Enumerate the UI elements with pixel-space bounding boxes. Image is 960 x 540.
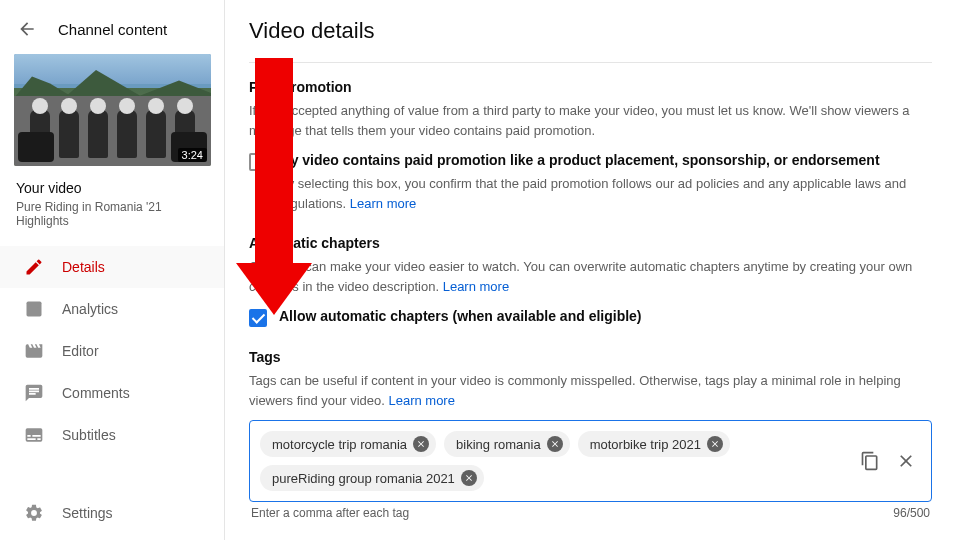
- auto-chapters-desc: Chapters can make your video easier to w…: [249, 257, 932, 296]
- tag-chip: motorbike trip 2021: [578, 431, 730, 457]
- paid-promotion-checkbox[interactable]: [249, 153, 267, 171]
- tags-clear-button[interactable]: [895, 450, 917, 472]
- nav-item-comments[interactable]: Comments: [0, 372, 224, 414]
- svg-rect-2: [33, 306, 36, 314]
- clapper-icon: [24, 341, 44, 361]
- tags-counter: 96/500: [893, 506, 930, 520]
- nav-label: Editor: [62, 343, 99, 359]
- nav-label: Analytics: [62, 301, 118, 317]
- video-meta-title: Your video: [16, 180, 208, 196]
- sidebar-header: Channel content: [0, 0, 224, 54]
- tag-remove-button[interactable]: [707, 436, 723, 452]
- auto-chapters-checkbox[interactable]: [249, 309, 267, 327]
- divider: [249, 62, 932, 63]
- nav-item-settings[interactable]: Settings: [0, 492, 224, 534]
- tags-chips: motorcycle trip romania biking romania m…: [260, 431, 851, 491]
- main-content: Video details Paid promotion If you acce…: [225, 0, 960, 540]
- tag-chip: motorcycle trip romania: [260, 431, 436, 457]
- close-icon: [896, 451, 916, 471]
- svg-rect-3: [37, 307, 40, 314]
- nav-item-analytics[interactable]: Analytics: [0, 288, 224, 330]
- tags-heading: Tags: [249, 349, 932, 365]
- copy-icon: [860, 451, 880, 471]
- paid-promotion-heading: Paid promotion: [249, 79, 932, 95]
- nav-label: Settings: [62, 505, 113, 521]
- pencil-icon: [24, 257, 44, 277]
- sidebar: Channel content 3:24 Your video Pure Rid…: [0, 0, 225, 540]
- bars-icon: [24, 299, 44, 319]
- arrow-left-icon: [17, 19, 37, 39]
- sidebar-nav: Details Analytics Editor Comments Subtit…: [0, 246, 224, 456]
- paid-promotion-desc: If you accepted anything of value from a…: [249, 101, 932, 140]
- back-button[interactable]: [16, 18, 38, 40]
- comment-icon: [24, 383, 44, 403]
- nav-label: Subtitles: [62, 427, 116, 443]
- nav-label: Details: [62, 259, 105, 275]
- video-meta: Your video Pure Riding in Romania '21 Hi…: [0, 166, 224, 238]
- auto-chapters-heading: Automatic chapters: [249, 235, 932, 251]
- section-tags: Tags Tags can be useful if content in yo…: [249, 349, 932, 520]
- gear-icon: [24, 503, 44, 523]
- tag-remove-button[interactable]: [461, 470, 477, 486]
- section-paid-promotion: Paid promotion If you accepted anything …: [249, 79, 932, 213]
- nav-item-details[interactable]: Details: [0, 246, 224, 288]
- tags-learn-more[interactable]: Learn more: [388, 393, 454, 408]
- video-thumbnail[interactable]: 3:24: [14, 54, 211, 166]
- auto-chapters-checkbox-label: Allow automatic chapters (when available…: [279, 308, 642, 324]
- nav-item-subtitles[interactable]: Subtitles: [0, 414, 224, 456]
- svg-rect-1: [29, 309, 32, 314]
- paid-promotion-learn-more[interactable]: Learn more: [350, 196, 416, 211]
- tags-desc: Tags can be useful if content in your vi…: [249, 371, 932, 410]
- tag-chip: pureRiding group romania 2021: [260, 465, 484, 491]
- paid-promotion-checkbox-label: My video contains paid promotion like a …: [279, 152, 932, 168]
- subtitles-icon: [24, 425, 44, 445]
- paid-promotion-checkbox-sub: By selecting this box, you confirm that …: [279, 174, 932, 213]
- video-duration: 3:24: [178, 148, 207, 162]
- tags-copy-button[interactable]: [859, 450, 881, 472]
- tags-hint: Enter a comma after each tag: [251, 506, 409, 520]
- page-title: Video details: [249, 18, 932, 44]
- section-auto-chapters: Automatic chapters Chapters can make you…: [249, 235, 932, 327]
- nav-item-editor[interactable]: Editor: [0, 330, 224, 372]
- tags-input-box[interactable]: motorcycle trip romania biking romania m…: [249, 420, 932, 502]
- nav-label: Comments: [62, 385, 130, 401]
- auto-chapters-learn-more[interactable]: Learn more: [443, 279, 509, 294]
- tag-remove-button[interactable]: [547, 436, 563, 452]
- sidebar-title: Channel content: [58, 21, 167, 38]
- video-meta-subtitle: Pure Riding in Romania '21 Highlights: [16, 200, 208, 228]
- tag-chip: biking romania: [444, 431, 570, 457]
- tag-remove-button[interactable]: [413, 436, 429, 452]
